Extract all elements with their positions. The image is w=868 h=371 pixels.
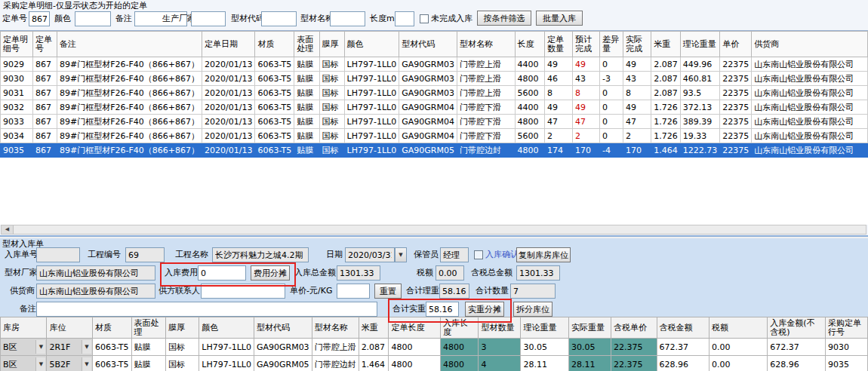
cell[interactable]: 49 (572, 57, 599, 72)
cell[interactable]: 国标 (165, 339, 199, 356)
cell[interactable]: 6063-T5 (255, 86, 294, 100)
table-row[interactable]: 903486789#门框型材F26-F40（866+867）2020/01/13… (1, 129, 868, 143)
cell[interactable]: 28.11 (521, 356, 568, 371)
column-header[interactable]: 型材数量 (479, 317, 521, 339)
cell[interactable]: 2020/01/13 (202, 57, 255, 72)
column-header[interactable]: 入库长度 (441, 317, 479, 339)
cell[interactable]: 22.375 (611, 339, 657, 356)
cell[interactable]: 国标 (319, 100, 344, 115)
entry-remark-input[interactable] (36, 302, 377, 317)
column-header[interactable]: 定单数量 (545, 32, 573, 57)
split-location-button[interactable]: 拆分库位 (513, 302, 553, 317)
cell[interactable]: -4 (599, 143, 623, 158)
cell[interactable]: -3 (599, 72, 623, 86)
cell[interactable]: 2.087 (359, 339, 389, 356)
cell[interactable]: 4800 (515, 115, 544, 129)
cell[interactable]: 贴膜 (131, 356, 165, 371)
cell[interactable]: 170 (572, 143, 599, 158)
column-header[interactable]: 型材代码 (254, 317, 312, 339)
unit-price-input[interactable] (337, 284, 370, 299)
cell[interactable]: 22375 (720, 129, 752, 143)
column-header[interactable]: 材质 (255, 32, 294, 57)
cell[interactable]: 9030 (1, 72, 33, 86)
cell[interactable]: 国标 (319, 57, 344, 72)
cell[interactable]: 22375 (720, 86, 752, 100)
cell[interactable]: 4400 (515, 57, 544, 72)
cell[interactable]: B区▼ (1, 356, 47, 371)
cell[interactable]: 22375 (720, 72, 752, 86)
supplier-input[interactable] (36, 284, 155, 299)
cell[interactable]: 门带腔上滑 (457, 57, 515, 72)
column-header[interactable]: 实际重量 (568, 317, 611, 339)
cell[interactable]: 山东南山铝业股份有限公司 (752, 86, 868, 100)
cell[interactable]: 8 (623, 86, 651, 100)
cell[interactable]: 22375 (720, 143, 752, 158)
inbound-confirm-checkbox[interactable] (474, 250, 483, 259)
column-header[interactable]: 米重 (359, 317, 389, 339)
cell[interactable]: 174 (545, 143, 573, 158)
cell[interactable]: LH797-1LL0 (344, 115, 399, 129)
cell[interactable]: 4800 (441, 339, 479, 356)
cell[interactable]: 372.13 (680, 100, 720, 115)
cell[interactable]: 门带腔边封 (457, 143, 515, 158)
cell[interactable]: LH797-1LL0 (344, 143, 399, 158)
inbound-total-input[interactable] (337, 265, 380, 281)
cell[interactable]: 山东南山铝业股份有限公司 (752, 129, 868, 143)
cell[interactable]: 9031 (1, 86, 33, 100)
cell[interactable]: 国标 (319, 115, 344, 129)
total-actual-weight-input[interactable] (426, 302, 459, 317)
cell[interactable]: 0 (599, 86, 623, 100)
cell[interactable]: 867 (33, 115, 57, 129)
cell[interactable]: 4800 (441, 356, 479, 371)
column-header[interactable]: 型材名称 (457, 32, 515, 57)
cell[interactable]: 2.087 (651, 72, 681, 86)
cell[interactable]: 4400 (515, 100, 544, 115)
total-theoretical-weight-input[interactable] (439, 284, 469, 299)
cell[interactable]: 2 (623, 129, 651, 143)
cell[interactable]: 2020/01/13 (202, 115, 255, 129)
chevron-down-icon[interactable]: ▼ (35, 357, 45, 371)
cell[interactable]: 门带腔上滑 (312, 339, 359, 356)
cell[interactable]: B区▼ (1, 339, 47, 356)
column-header[interactable]: 税额 (709, 317, 768, 339)
date-input[interactable] (345, 247, 395, 262)
cell[interactable]: 22375 (720, 57, 752, 72)
cell[interactable]: 0.00 (709, 339, 768, 356)
cell[interactable]: 628.96 (657, 356, 709, 371)
cell[interactable]: 2020/01/13 (202, 129, 255, 143)
cell[interactable]: 9035 (826, 356, 868, 371)
cell[interactable]: 门带腔下滑 (457, 129, 515, 143)
profile-name-filter-input[interactable] (330, 11, 365, 26)
scroll-left-icon[interactable]: ◀ (2, 225, 14, 234)
cell[interactable]: 山东南山铝业股份有限公司 (752, 100, 868, 115)
project-no-input[interactable] (125, 247, 165, 262)
cell[interactable]: 贴膜 (294, 72, 319, 86)
column-header[interactable]: 预计完成 (572, 32, 599, 57)
table-row[interactable]: 902986789#门框型材F26-F40（866+867）2020/01/13… (1, 57, 868, 72)
cell[interactable]: LH797-1LL0 (344, 129, 399, 143)
cell[interactable]: 1.726 (651, 100, 681, 115)
cell[interactable]: 9034 (1, 129, 33, 143)
cell[interactable]: 22375 (720, 100, 752, 115)
cell[interactable]: 0 (599, 100, 623, 115)
cell[interactable]: 5B2F▼ (47, 356, 92, 371)
cell[interactable]: 89#门框型材F26-F40（866+867） (57, 143, 202, 158)
cell[interactable]: 山东南山铝业股份有限公司 (752, 72, 868, 86)
cell[interactable]: 47 (545, 115, 573, 129)
cell[interactable]: GA90GRM03 (399, 57, 457, 72)
cell[interactable]: 672.37 (657, 339, 709, 356)
cell[interactable]: 30.05 (568, 339, 611, 356)
cell[interactable]: 49 (545, 57, 573, 72)
column-header[interactable]: 供货商 (752, 32, 868, 57)
column-header[interactable]: 备注 (57, 32, 202, 57)
column-header[interactable]: 含税金额 (657, 317, 709, 339)
length-filter-input[interactable] (395, 11, 414, 26)
cell[interactable]: 389.39 (680, 115, 720, 129)
profile-code-filter-input[interactable] (261, 11, 297, 26)
cell[interactable]: 4800 (515, 72, 544, 86)
column-header[interactable]: 颜色 (344, 32, 399, 57)
cell[interactable]: 89#门框型材F26-F40（866+867） (57, 72, 202, 86)
cell[interactable]: 2.087 (651, 57, 681, 72)
cell[interactable]: 19.33 (680, 129, 720, 143)
cell[interactable]: 国标 (165, 356, 199, 371)
